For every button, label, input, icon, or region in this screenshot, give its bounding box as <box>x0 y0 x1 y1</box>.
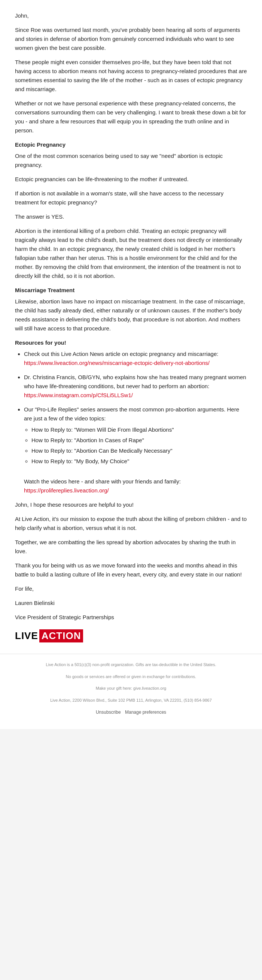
resources-list: Check out this Live Action News article … <box>15 350 247 495</box>
video-topic-1: How to Reply to: "Women Will Die From Il… <box>32 425 247 434</box>
signature-title: Vice President of Strategic Partnerships <box>15 613 247 622</box>
resource-3: Our "Pro-Life Replies" series answers th… <box>24 405 247 495</box>
resource1-text: Check out this Live Action News article … <box>24 351 218 357</box>
resource-1: Check out this Live Action News article … <box>24 350 247 368</box>
video-topic-4: How to Reply to: "My Body, My Choice" <box>32 457 247 466</box>
signature-name: Lauren Bielinski <box>15 598 247 608</box>
email-body: John, Since Roe was overturned last mont… <box>0 0 262 654</box>
greeting: John, <box>15 11 247 20</box>
footer-gift-text: Make your gift here: <box>96 686 133 690</box>
watch-text: Watch the videos here - and share with y… <box>24 478 181 485</box>
paragraph-2: These people might even consider themsel… <box>15 58 247 94</box>
closing-para-2: At Live Action, it's our mission to expo… <box>15 515 247 533</box>
section1-para-2: Ectopic pregnancies can be life-threaten… <box>15 175 247 184</box>
closing-para-4: Thank you for being with us as we move f… <box>15 561 247 579</box>
closing-para-1: John, I hope these resources are helpful… <box>15 500 247 509</box>
resource2-link[interactable]: https://www.instagram.com/p/CfSLi5LLSw1/ <box>24 392 133 398</box>
resource1-link[interactable]: https://www.liveaction.org/news/miscarri… <box>24 360 210 366</box>
email-wrapper: John, Since Roe was overturned last mont… <box>0 0 262 729</box>
section1-para-1: One of the most common scenarios being u… <box>15 151 247 170</box>
logo: LIVE ACTION <box>15 629 83 643</box>
watch-link[interactable]: https://prolifereplies.liveaction.org/ <box>24 487 109 493</box>
section1-para-5: Abortion is the intentional killing of a… <box>15 226 247 280</box>
footer-line2: No goods or services are offered or give… <box>15 674 247 680</box>
footer-gift-link[interactable]: give.liveaction.org <box>133 686 166 690</box>
footer-gift: Make your gift here: give.liveaction.org <box>15 685 247 692</box>
paragraph-3: Whether or not we have personal experien… <box>15 99 247 135</box>
logo-action: ACTION <box>39 629 84 643</box>
section2-para-1: Likewise, abortion laws have no impact o… <box>15 297 247 333</box>
video-topic-3: How to Reply to: "Abortion Can Be Medica… <box>32 446 247 455</box>
resource2-text: Dr. Christina Francis, OB/GYN, who expla… <box>24 374 246 389</box>
manage-preferences-link[interactable]: Manage preferences <box>125 710 166 715</box>
closing-para-5: For life, <box>15 584 247 593</box>
video-topic-2: How to Reply to: "Abortion In Cases of R… <box>32 436 247 445</box>
footer-line1: Live Action is a 501(c)(3) non-profit or… <box>15 662 247 668</box>
footer-unsubscribe-section: Unsubscribe Manage preferences <box>15 709 247 716</box>
section1-para-4: The answer is YES. <box>15 212 247 221</box>
section3-heading: Resources for you! <box>15 338 247 347</box>
resource-2: Dr. Christina Francis, OB/GYN, who expla… <box>24 373 247 400</box>
section2-heading: Miscarriage Treatment <box>15 286 247 295</box>
footer: Live Action is a 501(c)(3) non-profit or… <box>0 654 262 729</box>
section1-para-3: If abortion is not available in a woman'… <box>15 189 247 207</box>
closing-para-3: Together, we are combatting the lies spr… <box>15 538 247 556</box>
logo-live: LIVE <box>15 630 38 642</box>
logo-section: LIVE ACTION <box>15 629 247 643</box>
section1-heading: Ectopic Pregnancy <box>15 140 247 149</box>
unsubscribe-link[interactable]: Unsubscribe <box>96 710 121 715</box>
video-topics-list: How to Reply to: "Women Will Die From Il… <box>24 425 247 466</box>
footer-address: Live Action, 2200 Wilson Blvd., Suite 10… <box>15 697 247 704</box>
paragraph-1: Since Roe was overturned last month, you… <box>15 25 247 52</box>
resource3-text: Our "Pro-Life Replies" series answers th… <box>24 406 239 422</box>
